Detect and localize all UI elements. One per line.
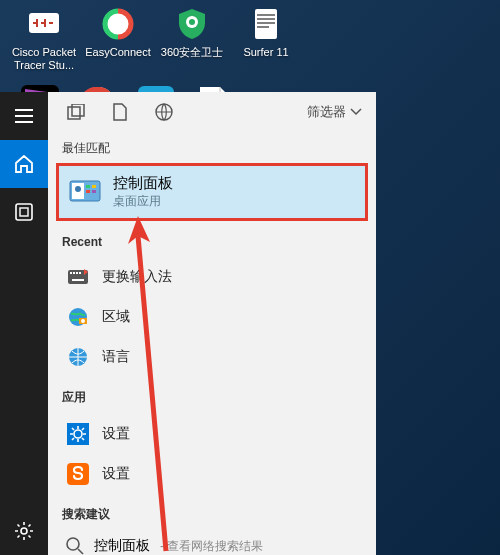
recent-item-ime[interactable]: 更换输入法 [48,257,376,297]
region-globe-icon [66,305,90,329]
svg-rect-13 [16,204,32,220]
desktop-icon-label: Surfer 11 [230,46,302,59]
suggestion-hint: - 查看网络搜索结果 [160,538,263,555]
svg-rect-24 [86,190,90,193]
svg-point-34 [81,319,85,323]
document-filter-icon[interactable] [100,92,140,132]
suggestions-header: 搜索建议 [48,496,376,529]
svg-point-15 [21,528,27,534]
recent-item-label: 更换输入法 [102,268,172,286]
chevron-down-icon [350,108,362,116]
app-item-settings-1[interactable]: 设置 [48,414,376,454]
search-icon [66,537,84,555]
desktop-icon-cisco[interactable]: Cisco Packet Tracer Stu... [8,4,80,72]
best-match-control-panel[interactable]: 控制面板 桌面应用 [56,163,368,221]
svg-rect-29 [76,272,78,274]
filter-label: 筛选器 [307,103,346,121]
desktop-icons-row: Cisco Packet Tracer Stu... EasyConnect 3… [0,0,500,72]
desktop-icon-label: 360安全卫士 [156,46,228,59]
svg-rect-22 [86,185,90,188]
svg-rect-4 [255,9,277,39]
recent-header: Recent [48,221,376,255]
svg-rect-27 [70,272,72,274]
language-globe-icon [66,345,90,369]
desktop-icon-surfer[interactable]: Surfer 11 [230,4,302,72]
best-match-header: 最佳匹配 [48,132,376,163]
svg-point-21 [75,186,81,192]
recent-list: 更换输入法 区域 语言 [48,255,376,379]
app-item-settings-2[interactable]: 设置 [48,454,376,494]
desktop-icon-easyconnect[interactable]: EasyConnect [82,4,154,72]
app-item-label: 设置 [102,425,130,443]
search-suggestion-item[interactable]: 控制面板 - 查看网络搜索结果 [48,529,376,555]
svg-rect-17 [72,104,84,116]
360-shield-icon [172,4,212,44]
sogou-icon [66,462,90,486]
desktop-icon-label: Cisco Packet Tracer Stu... [8,46,80,72]
recent-item-language[interactable]: 语言 [48,337,376,377]
home-icon[interactable] [0,140,48,188]
svg-rect-16 [68,107,80,119]
desktop-icon-label: EasyConnect [82,46,154,59]
web-globe-icon[interactable] [144,92,184,132]
cisco-icon [24,4,64,44]
apps-header: 应用 [48,379,376,412]
start-left-rail [0,92,48,555]
suggestion-text: 控制面板 [94,537,150,555]
desktop-icon-360[interactable]: 360安全卫士 [156,4,228,72]
best-match-subtitle: 桌面应用 [113,193,173,210]
easyconnect-icon [98,4,138,44]
filter-dropdown[interactable]: 筛选器 [301,99,368,125]
svg-rect-28 [73,272,75,274]
recent-item-label: 语言 [102,348,130,366]
svg-rect-23 [92,185,96,188]
settings-gear-icon[interactable] [0,507,48,555]
apps-list: 设置 设置 [48,412,376,496]
svg-rect-31 [72,279,84,281]
svg-rect-30 [79,272,81,274]
keyboard-icon [66,265,90,289]
search-results-panel: 筛选器 最佳匹配 控制面板 桌面应用 Recent 更换输入法 区域 [48,92,376,555]
svg-point-39 [67,538,79,550]
filter-row: 筛选器 [48,92,376,132]
svg-rect-14 [20,208,28,216]
surfer-icon [246,4,286,44]
svg-point-3 [189,19,195,25]
hamburger-menu-icon[interactable] [0,92,48,140]
settings-gear-blue-icon [66,422,90,446]
best-match-title: 控制面板 [113,174,173,193]
cards-icon[interactable] [56,92,96,132]
control-panel-icon [69,176,101,208]
recent-item-region[interactable]: 区域 [48,297,376,337]
svg-rect-25 [92,190,96,193]
apps-icon[interactable] [0,188,48,236]
recent-item-label: 区域 [102,308,130,326]
app-item-label: 设置 [102,465,130,483]
